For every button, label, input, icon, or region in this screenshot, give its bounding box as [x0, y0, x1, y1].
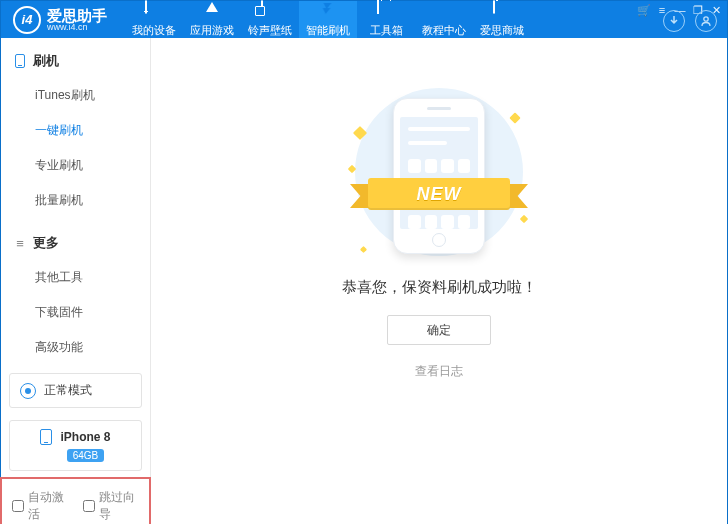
sidebar-item-download-firmware[interactable]: 下载固件 [1, 295, 150, 330]
nav-tutorial-center[interactable]: 教程中心 [415, 1, 473, 38]
top-nav: 我的设备 应用游戏 铃声壁纸 智能刷机 工具箱 教程中心 [125, 1, 531, 38]
nav-aisi-shop[interactable]: 爱思商城 [473, 1, 531, 38]
device-block[interactable]: iPhone 8 64GB [9, 420, 142, 471]
storage-badge: 64GB [67, 449, 105, 462]
section-title: 刷机 [33, 52, 59, 70]
mode-label: 正常模式 [44, 382, 92, 399]
new-ribbon: NEW [354, 172, 524, 216]
phone-icon [145, 1, 163, 19]
sidebar-item-pro-flash[interactable]: 专业刷机 [1, 148, 150, 183]
nav-label: 应用游戏 [190, 23, 234, 38]
app-window: i4 爱思助手 www.i4.cn 我的设备 应用游戏 铃声壁纸 智能刷机 [0, 0, 728, 524]
main-content: NEW 恭喜您，保资料刷机成功啦！ 确定 查看日志 [151, 38, 727, 524]
nav-smart-flash[interactable]: 智能刷机 [299, 1, 357, 38]
checkbox-skip-guide[interactable]: 跳过向导 [83, 489, 140, 523]
logo-mark: i4 [13, 6, 41, 34]
flash-icon [319, 1, 337, 19]
checkbox-label: 自动激活 [28, 489, 69, 523]
checkbox-auto-activate[interactable]: 自动激活 [12, 489, 69, 523]
device-icon [40, 429, 52, 445]
sidebar-item-other-tools[interactable]: 其他工具 [1, 260, 150, 295]
nav-label: 教程中心 [422, 23, 466, 38]
brand-logo: i4 爱思助手 www.i4.cn [13, 6, 107, 34]
svg-point-0 [704, 17, 708, 21]
toolbox-icon [377, 1, 395, 19]
phone-icon [13, 54, 27, 68]
tutorial-icon [435, 1, 453, 19]
user-icon[interactable] [695, 10, 717, 32]
brand-url: www.i4.cn [47, 23, 107, 32]
nav-label: 智能刷机 [306, 23, 350, 38]
nav-label: 爱思商城 [480, 23, 524, 38]
sidebar-section-flash: 刷机 iTunes刷机 一键刷机 专业刷机 批量刷机 [1, 38, 150, 220]
download-icon[interactable] [663, 10, 685, 32]
checkbox-label: 跳过向导 [99, 489, 140, 523]
menu-icon: ≡ [13, 236, 27, 250]
activation-options: 自动激活 跳过向导 [0, 477, 151, 524]
nav-label: 工具箱 [370, 23, 403, 38]
sidebar-footer: 自动激活 跳过向导 [1, 477, 150, 524]
nav-my-device[interactable]: 我的设备 [125, 1, 183, 38]
checkbox-input[interactable] [12, 500, 24, 512]
sidebar-section-more: ≡ 更多 其他工具 下载固件 高级功能 [1, 220, 150, 367]
nav-ringtone-wallpaper[interactable]: 铃声壁纸 [241, 1, 299, 38]
nav-toolbox[interactable]: 工具箱 [357, 1, 415, 38]
ribbon-text: NEW [417, 184, 462, 205]
view-log-link[interactable]: 查看日志 [415, 363, 463, 380]
shop-icon [493, 1, 511, 19]
sidebar: 刷机 iTunes刷机 一键刷机 专业刷机 批量刷机 ≡ 更多 [1, 38, 151, 524]
device-name: iPhone 8 [60, 430, 110, 444]
sidebar-item-batch-flash[interactable]: 批量刷机 [1, 183, 150, 218]
success-illustration: NEW [349, 84, 529, 254]
header: i4 爱思助手 www.i4.cn 我的设备 应用游戏 铃声壁纸 智能刷机 [1, 1, 727, 38]
nav-label: 我的设备 [132, 23, 176, 38]
brand-name: 爱思助手 [47, 8, 107, 23]
nav-label: 铃声壁纸 [248, 23, 292, 38]
apps-icon [203, 1, 221, 19]
header-actions [663, 10, 717, 32]
cart-icon[interactable]: 🛒 [637, 3, 651, 17]
checkbox-input[interactable] [83, 500, 95, 512]
body: 刷机 iTunes刷机 一键刷机 专业刷机 批量刷机 ≡ 更多 [1, 38, 727, 524]
success-message: 恭喜您，保资料刷机成功啦！ [342, 278, 537, 297]
confirm-button[interactable]: 确定 [387, 315, 491, 345]
sidebar-item-itunes-flash[interactable]: iTunes刷机 [1, 78, 150, 113]
nav-apps-games[interactable]: 应用游戏 [183, 1, 241, 38]
mode-icon [20, 383, 36, 399]
sidebar-item-onekey-flash[interactable]: 一键刷机 [1, 113, 150, 148]
section-title: 更多 [33, 234, 59, 252]
media-icon [261, 1, 279, 19]
mode-block[interactable]: 正常模式 [9, 373, 142, 408]
sidebar-item-advanced[interactable]: 高级功能 [1, 330, 150, 365]
